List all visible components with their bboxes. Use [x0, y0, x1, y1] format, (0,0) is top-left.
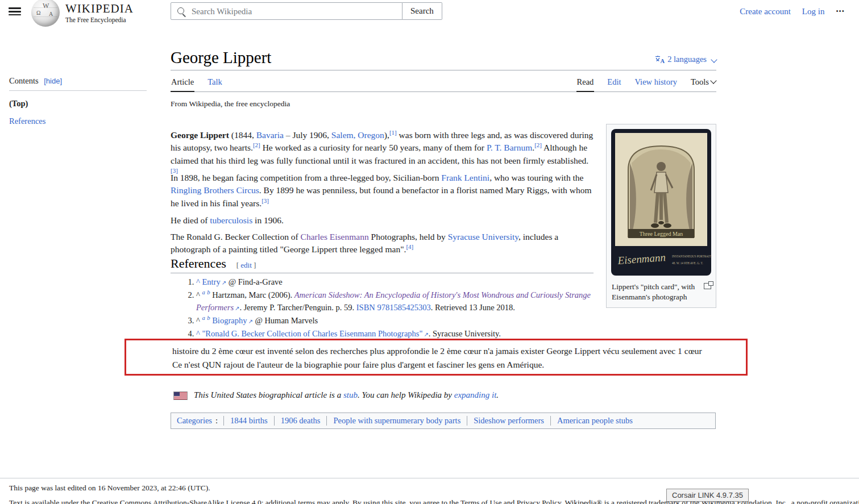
sidebar-item-references[interactable]: References — [9, 116, 147, 126]
external-link-icon[interactable]: ↗ — [222, 280, 226, 286]
sidebar-item-top[interactable]: (Top) — [9, 99, 147, 109]
more-options-icon[interactable]: ••• — [836, 7, 845, 16]
contents-heading: Contents — [9, 76, 39, 85]
text-segment: Hartzman, Marc (2006). — [210, 290, 294, 299]
text-segment: @ Find-a-Grave — [226, 277, 283, 286]
hamburger-menu-icon[interactable] — [9, 6, 21, 17]
wiki-link[interactable]: Entry — [202, 277, 220, 286]
wikipedia-logo[interactable]: W Ω A WIKIPEDIA The Free Encyclopedia — [31, 0, 134, 27]
languages-label: 2 languages — [667, 55, 707, 64]
paragraph-death: He died of tuberculosis in 1906. — [171, 214, 595, 227]
text-segment: in 1906. — [252, 215, 284, 225]
enlarge-icon[interactable] — [704, 283, 711, 289]
category-1906-deaths[interactable]: 1906 deaths — [274, 416, 327, 426]
wiki-link[interactable]: Bavaria — [256, 130, 284, 140]
contents-hide-link[interactable]: [hide] — [44, 77, 62, 85]
search-icon — [177, 7, 184, 14]
text-segment: This United States biographical article … — [194, 390, 343, 399]
category-american-people-stubs[interactable]: American people stubs — [550, 416, 639, 426]
wiki-link[interactable]: Biography — [212, 316, 247, 325]
paragraph-competition: In 1898, he began facing competition fro… — [171, 172, 595, 210]
text-segment: ), — [384, 130, 389, 140]
wiki-link[interactable]: Frank Lentini — [441, 173, 489, 182]
search-button[interactable]: Search — [402, 2, 442, 20]
text-segment: . You can help Wikipedia by — [358, 390, 454, 399]
wiki-link[interactable]: tuberculosis — [210, 215, 252, 225]
wiki-link[interactable]: Salem, Oregon — [331, 130, 384, 140]
tools-menu[interactable]: Tools — [690, 76, 716, 91]
studio-text-line1: INSTANTANEOUS PORTRAITS. — [672, 255, 711, 258]
vandalism-highlight-box: histoire du 2 ème cœur est inventé selon… — [125, 339, 748, 376]
pitch-card-image[interactable]: Three Legged Man Eisenmann INSTANTANEOUS… — [611, 129, 711, 278]
tab-edit[interactable]: Edit — [607, 76, 621, 91]
wiki-link[interactable]: "Ronald G. Becker Collection of Charles … — [202, 329, 422, 338]
categories-bar: Categories: 1844 births 1906 deaths Peop… — [171, 413, 716, 429]
card-title-text: Three Legged Man — [640, 231, 683, 237]
language-icon: A — [655, 55, 665, 64]
citation-backlink[interactable]: a — [202, 315, 205, 321]
text-segment: , who was touring with the — [489, 173, 583, 182]
references-list: ^ Entry↗ @ Find-a-Grave ^ a b Hartzman, … — [171, 276, 594, 341]
text-segment: He worked as a curiosity for nearly 50 y… — [260, 143, 487, 152]
paragraph-collection: The Ronald G. Becker Collection of Charl… — [171, 231, 595, 256]
wiki-link[interactable]: P. T. Barnum — [487, 143, 532, 152]
text-segment: The Ronald G. Becker Collection of — [171, 232, 301, 241]
citation-backlink[interactable]: a — [202, 289, 205, 295]
user-actions: Create account Log in ••• — [740, 7, 845, 16]
tab-read[interactable]: Read — [576, 76, 595, 91]
text-segment: ^ — [196, 290, 202, 299]
citation-backlink[interactable]: b — [207, 315, 210, 321]
citation-ref[interactable]: [4] — [406, 243, 413, 250]
corsair-link-overlay: Corsair LINK 4.9.7.35 — [666, 489, 749, 502]
wiki-link[interactable]: ISBN 9781585425303 — [356, 303, 431, 312]
tab-article[interactable]: Article — [171, 76, 194, 91]
wiki-link[interactable]: ^ — [196, 277, 200, 286]
search-box[interactable] — [171, 2, 402, 20]
contents-sidebar: Contents [hide] (Top) References — [9, 76, 147, 126]
logo-wordmark: WIKIPEDIA — [65, 2, 134, 16]
citation-ref[interactable]: [1] — [389, 128, 397, 135]
create-account-link[interactable]: Create account — [740, 7, 791, 16]
reference-item: ^ a b Biography↗ @ Human Marvels — [196, 315, 594, 328]
wiki-link[interactable]: expanding it — [454, 390, 497, 399]
vandalism-text: histoire du 2 ème cœur est inventé selon… — [172, 344, 713, 371]
languages-button[interactable]: A 2 languages — [655, 55, 716, 64]
external-link-icon[interactable]: ↗ — [424, 331, 428, 338]
visited-link[interactable]: Charles Eisenmann — [301, 232, 369, 241]
category-supernumerary[interactable]: People with supernumerary body parts — [326, 416, 467, 426]
categories-link[interactable]: Categories — [177, 416, 212, 426]
tab-talk[interactable]: Talk — [207, 76, 223, 91]
us-flag-icon — [174, 392, 187, 399]
text-segment: . — [496, 390, 499, 399]
wiki-link[interactable]: Ringling Brothers Circus — [171, 185, 259, 195]
svg-text:A: A — [661, 58, 665, 64]
text-segment: @ Human Marvels — [253, 316, 318, 325]
text-segment: ^ — [196, 316, 202, 325]
text-segment: . Jeremy P. Tarcher/Penguin. p. 59. — [239, 303, 356, 312]
citation-ref[interactable]: [3] — [262, 197, 269, 204]
references-heading: References — [171, 256, 226, 270]
search-bar: Search — [171, 2, 442, 20]
text-segment: In 1898, he began facing competition fro… — [171, 173, 441, 182]
stub-notice: This United States biographical article … — [174, 390, 499, 400]
article-tab-bar: Article Talk Read Edit View history Tool… — [171, 76, 716, 92]
wiki-link[interactable]: ^ — [196, 329, 200, 338]
text-segment: . Retrieved 13 June 2018. — [431, 303, 515, 312]
citation-ref[interactable]: [2] — [534, 141, 542, 148]
search-input[interactable] — [190, 3, 397, 20]
studio-text-line2: 48. W. 14 9TH AVE. G. T. — [672, 261, 703, 265]
infobox-thumbnail: Three Legged Man Eisenmann INSTANTANEOUS… — [606, 124, 716, 308]
category-1844-births[interactable]: 1844 births — [223, 416, 274, 426]
logo-tagline: The Free Encyclopedia — [65, 16, 134, 23]
tab-view-history[interactable]: View history — [634, 76, 678, 91]
reference-item: ^ Entry↗ @ Find-a-Grave — [196, 276, 594, 289]
text-segment: Photographs, held by — [369, 232, 448, 241]
external-link-icon[interactable]: ↗ — [248, 318, 252, 324]
wiki-link[interactable]: stub — [343, 390, 358, 399]
citation-ref[interactable]: [2] — [253, 141, 260, 148]
category-sideshow-performers[interactable]: Sideshow performers — [467, 416, 550, 426]
wiki-link[interactable]: Syracuse University — [448, 232, 518, 241]
log-in-link[interactable]: Log in — [802, 7, 825, 16]
site-subtitle: From Wikipedia, the free encyclopedia — [171, 99, 290, 109]
edit-section-link[interactable]: edit — [240, 261, 252, 269]
